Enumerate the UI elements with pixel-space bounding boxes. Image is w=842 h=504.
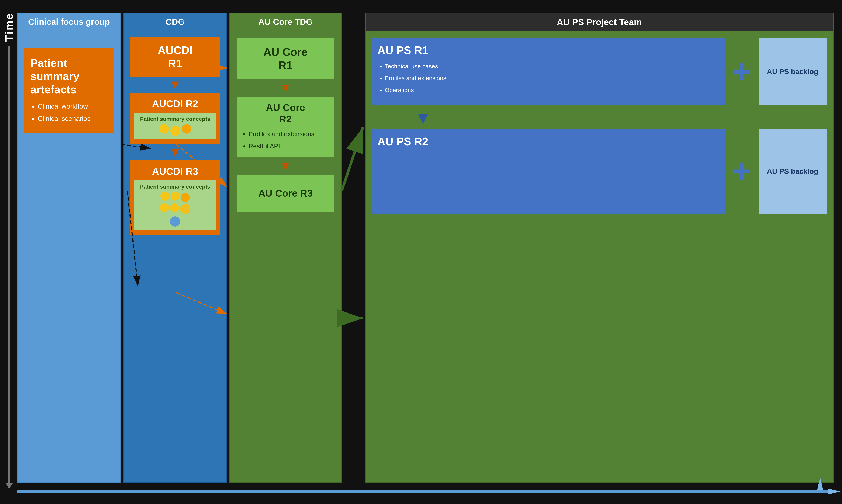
aucdi-r3-box: AUCDI R3 Patient summary concepts [130, 160, 220, 235]
aucdi-r3-concepts: Patient summary concepts [138, 183, 213, 190]
patient-summary-box: Patient summary artefacts Clinical workf… [24, 48, 114, 133]
svg-rect-11 [17, 490, 828, 493]
r3-circles [156, 192, 194, 227]
time-label: Time [3, 13, 16, 41]
aucdi-r2-label: AUCDI R2 [134, 98, 216, 109]
aucdi-r3-inner: Patient summary concepts [134, 180, 216, 230]
aucdi-r2-box: AUCDI R2 Patient summary concepts [130, 93, 220, 144]
au-core-r3-title: AU Core R3 [258, 187, 313, 199]
aucdi-r2-inner: Patient summary concepts [134, 113, 216, 139]
au-ps-backlog-r2: AU PS backlog [759, 129, 826, 214]
ps-header-title: AU PS Project Team [370, 17, 829, 28]
tdg-column-header: AU Core TDG [230, 13, 341, 31]
time-line [8, 46, 10, 483]
clinical-focus-group-column: Clinical focus group Patient summary art… [17, 13, 121, 483]
plus-sign-r2: + [731, 129, 752, 214]
aucdi-r2-concepts: Patient summary concepts [138, 116, 213, 122]
patient-summary-list: Clinical workflow Clinical scenarios [30, 100, 108, 125]
au-ps-r2-title: AU PS R2 [378, 135, 719, 148]
au-core-r3-box: AU Core R3 [236, 174, 335, 212]
au-ps-r2-box: AU PS R2 [372, 129, 725, 214]
au-core-r2-item1: Profiles and extensions [248, 128, 330, 140]
au-core-tdg-column: AU Core TDG AU CoreR1 ▼ AU CoreR2 Profil… [229, 13, 342, 483]
patient-summary-title: Patient summary artefacts [30, 56, 108, 96]
list-item-workflow: Clinical workflow [38, 100, 108, 113]
au-ps-r1-list: Technical use cases Profiles and extensi… [378, 60, 719, 96]
au-ps-r1-box: AU PS R1 Technical use cases Profiles an… [372, 38, 725, 105]
svg-line-9 [342, 127, 363, 191]
r2-circles [138, 124, 213, 136]
arrow-ps-r1-r2: ▼ [372, 110, 826, 127]
au-core-r2-box: AU CoreR2 Profiles and extensions Restfu… [236, 96, 335, 158]
clinical-column-header: Clinical focus group [18, 13, 120, 31]
au-ps-r1-title: AU PS R1 [378, 44, 719, 57]
aucdi-r1-box: AUCDIR1 [130, 37, 220, 76]
aucdi-r1-label: AUCDIR1 [134, 44, 216, 70]
time-axis: Time [4, 13, 14, 483]
au-core-r1-title: AU CoreR1 [263, 46, 308, 72]
au-ps-backlog-r1: AU PS backlog [759, 38, 826, 105]
au-core-r2-item2: Restful API [248, 140, 330, 152]
au-core-r1-box: AU CoreR1 [236, 37, 335, 80]
au-core-r2-title: AU CoreR2 [241, 102, 330, 125]
au-ps-backlog-r1-label: AU PS backlog [767, 68, 818, 76]
arrow-core-r2-r3: ▼ [230, 160, 341, 173]
aucdi-r3-label: AUCDI R3 [134, 166, 216, 177]
au-ps-project-team-column: AU PS Project Team AU PS R1 Technical us… [365, 13, 834, 483]
au-ps-backlog-r2-label: AU PS backlog [767, 167, 818, 176]
svg-marker-12 [828, 488, 841, 494]
au-ps-r1-item3: Operations [385, 84, 719, 96]
au-core-r2-list: Profiles and extensions Restful API [241, 128, 330, 152]
list-item-scenarios: Clinical scenarios [38, 113, 108, 125]
ps-header-bar: AU PS Project Team [366, 13, 833, 31]
au-ps-r1-item1: Technical use cases [385, 60, 719, 72]
cdg-column: CDG AUCDIR1 ▼ AUCDI R2 Patient summary c… [123, 13, 227, 483]
ps-r2-row: AU PS R2 + AU PS backlog [372, 129, 826, 214]
cdg-column-header: CDG [124, 13, 227, 31]
plus-sign-r1: + [731, 38, 752, 105]
arrow-r2-r3: ▼ [124, 146, 227, 159]
au-ps-r1-item2: Profiles and extensions [385, 72, 719, 84]
arrow-r1-r2: ▼ [124, 78, 227, 91]
arrow-core-r1-r2: ▼ [230, 82, 341, 94]
ps-r1-row: AU PS R1 Technical use cases Profiles an… [372, 38, 826, 105]
